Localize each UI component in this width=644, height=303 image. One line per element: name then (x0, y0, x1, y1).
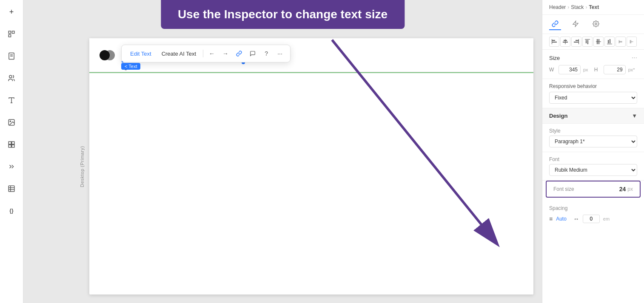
font-size-label: Font size (553, 186, 574, 192)
font-size-row: Font size 24 px (553, 186, 633, 193)
svg-rect-23 (552, 39, 552, 44)
more-button[interactable]: ··· (274, 48, 286, 59)
size-section: Size ··· W px H px* (542, 50, 644, 79)
font-size-value[interactable]: 24 (619, 186, 626, 193)
logo-circle-right (105, 50, 115, 60)
help-button[interactable]: ? (260, 48, 272, 59)
page-icon[interactable] (5, 49, 18, 63)
align-bottom-button[interactable] (604, 37, 615, 47)
svg-point-6 (9, 75, 12, 78)
font-select[interactable]: Rubik Medium Arial Helvetica (549, 164, 637, 176)
svg-point-8 (10, 121, 11, 122)
desktop-label: Desktop (Primary) (79, 40, 85, 292)
text-badge[interactable]: < Text (121, 63, 140, 70)
design-arrow-icon: ▼ (632, 113, 637, 119)
align-left-button[interactable] (549, 37, 559, 47)
responsive-label: Responsive behavior (549, 83, 637, 89)
layers-icon[interactable] (5, 27, 18, 41)
alignment-toolbar: ⊨ ⊩ (542, 34, 644, 50)
design-label: Design (549, 113, 567, 119)
width-label: W (549, 67, 556, 73)
svg-rect-10 (12, 142, 14, 144)
size-more-button[interactable]: ··· (632, 54, 637, 62)
align-top-button[interactable] (582, 37, 593, 47)
code-icon[interactable]: {} (5, 204, 18, 218)
canvas-area: Use the Inspector to change text size De… (23, 0, 542, 303)
style-section: Style Paragraph 1* Heading 1 Heading 2 (542, 124, 644, 152)
comment-button[interactable] (247, 48, 259, 59)
svg-rect-27 (576, 40, 579, 41)
font-size-section: Font size 24 px (546, 181, 641, 198)
svg-rect-29 (578, 39, 579, 44)
svg-rect-2 (9, 35, 11, 37)
width-input[interactable] (559, 65, 581, 74)
inspector-tabs (542, 15, 644, 34)
text-style-icon[interactable] (5, 93, 18, 107)
svg-marker-19 (573, 21, 578, 26)
breadcrumb-part2: Stack (571, 4, 584, 10)
svg-rect-31 (587, 40, 588, 44)
align-right-button[interactable] (571, 37, 581, 47)
svg-rect-35 (596, 42, 601, 42)
svg-rect-12 (12, 145, 14, 147)
breadcrumb-sep1: › (567, 4, 569, 10)
svg-rect-26 (565, 39, 566, 44)
tab-link[interactable] (549, 18, 561, 30)
table-icon[interactable] (5, 182, 18, 195)
inspector-breadcrumb: Header › Stack › Text (542, 0, 644, 15)
alignment-line (89, 72, 533, 73)
height-input[interactable] (604, 65, 626, 74)
distribute-v-button[interactable]: ⊩ (627, 37, 637, 47)
spacing-row: ≡ Auto ↔ em (549, 215, 637, 223)
breadcrumb-part3: Text (589, 4, 599, 10)
size-header: Size ··· (549, 54, 637, 62)
style-select[interactable]: Paragraph 1* Heading 1 Heading 2 (549, 136, 637, 147)
responsive-select[interactable]: Fixed Fill Hug (549, 92, 637, 104)
svg-rect-21 (552, 40, 555, 41)
svg-rect-22 (552, 42, 557, 42)
create-ai-text-button[interactable]: Create AI Text (157, 49, 200, 59)
font-label: Font (549, 156, 637, 162)
breadcrumb-sep2: › (585, 4, 587, 10)
forward-button[interactable]: → (219, 48, 231, 59)
svg-rect-32 (585, 39, 590, 40)
design-section-header[interactable]: Design ▼ (542, 108, 644, 124)
people-icon[interactable] (5, 71, 18, 85)
align-center-h-button[interactable] (560, 37, 570, 47)
breadcrumb-part1: Header (549, 4, 566, 10)
image-icon[interactable] (5, 116, 18, 129)
left-sidebar: + (0, 0, 23, 303)
inspector-panel: Header › Stack › Text (542, 0, 644, 303)
svg-rect-9 (9, 142, 11, 144)
logo-mark (100, 48, 115, 63)
tab-interactions[interactable] (570, 18, 581, 30)
height-unit: px* (628, 67, 635, 72)
svg-rect-13 (9, 186, 14, 192)
spacing-label: Spacing (549, 205, 637, 211)
back-button[interactable]: ← (206, 48, 218, 59)
align-center-v-button[interactable] (593, 37, 604, 47)
svg-rect-37 (610, 39, 610, 43)
interactions-icon[interactable] (5, 160, 18, 173)
svg-rect-28 (574, 42, 579, 42)
letter-spacing-input[interactable] (583, 215, 600, 223)
link-button[interactable] (233, 48, 245, 59)
tutorial-banner: Use the Inspector to change text size (161, 0, 405, 29)
svg-rect-11 (9, 145, 11, 147)
letter-spacing-icon: ↔ (573, 215, 579, 222)
tab-settings[interactable] (590, 18, 602, 30)
floating-toolbar: Edit Text Create AI Text ← → ? ··· (121, 45, 291, 62)
edit-text-button[interactable]: Edit Text (126, 49, 156, 59)
spacing-section: Spacing ≡ Auto ↔ em (542, 201, 644, 227)
size-row: W px H px* (549, 65, 637, 74)
toolbar-divider-1 (203, 50, 203, 57)
line-height-value[interactable]: Auto (556, 216, 567, 222)
add-button[interactable]: + (5, 5, 18, 19)
line-height-icon: ≡ (549, 215, 553, 222)
canvas-page: Bright Lanterns Marketing ↺ (89, 38, 533, 295)
components-icon[interactable] (5, 138, 18, 151)
letter-spacing-unit: em (603, 216, 610, 221)
font-section: Font Rubik Medium Arial Helvetica (542, 152, 644, 181)
distribute-h-button[interactable]: ⊨ (616, 37, 626, 47)
height-label: H (594, 67, 601, 73)
